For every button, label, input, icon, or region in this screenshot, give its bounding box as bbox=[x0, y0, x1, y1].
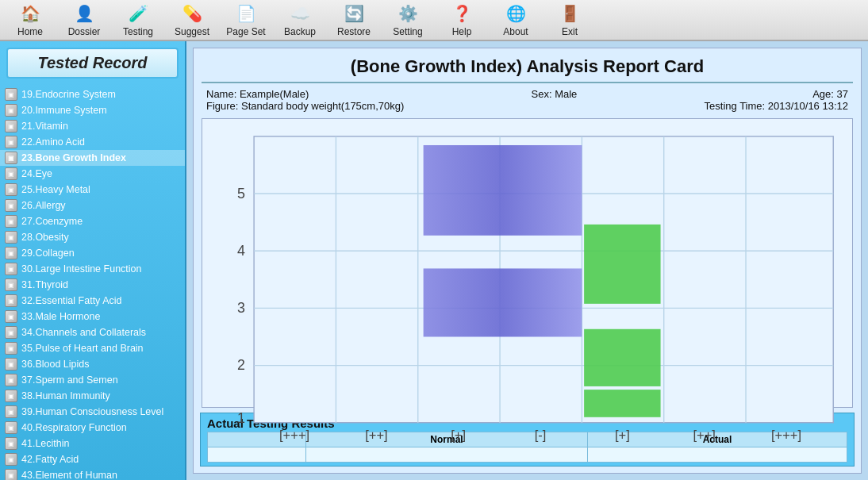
sidebar-list[interactable]: ▣19.Endocrine System▣20.Immune System▣21… bbox=[0, 85, 185, 480]
toolbar-item-pageset[interactable]: 📄 Page Set bbox=[219, 0, 273, 40]
sidebar-item-label-19: 19.Endocrine System bbox=[21, 89, 116, 100]
dossier-label: Dossier bbox=[68, 26, 101, 37]
sidebar-item-39[interactable]: ▣39.Human Consciousness Level bbox=[0, 404, 185, 420]
sidebar-item-icon-41: ▣ bbox=[5, 437, 17, 450]
sidebar-item-icon-42: ▣ bbox=[5, 453, 17, 466]
about-icon: 🌐 bbox=[505, 2, 527, 25]
sidebar-item-40[interactable]: ▣40.Respiratory Function bbox=[0, 420, 185, 436]
toolbar-item-dossier[interactable]: 👤 Dossier bbox=[57, 0, 111, 40]
svg-text:1: 1 bbox=[237, 410, 245, 426]
help-icon: ❓ bbox=[451, 2, 473, 25]
sidebar-item-label-23: 23.Bone Growth Index bbox=[21, 152, 126, 163]
svg-rect-20 bbox=[584, 390, 660, 417]
sidebar-item-43[interactable]: ▣43.Element of Human bbox=[0, 467, 185, 480]
report-spacer bbox=[532, 100, 578, 112]
sidebar-item-31[interactable]: ▣31.Thyroid bbox=[0, 277, 185, 293]
sidebar-item-icon-40: ▣ bbox=[5, 421, 17, 434]
sidebar-item-label-29: 29.Collagen bbox=[21, 248, 75, 259]
svg-rect-16 bbox=[424, 145, 582, 236]
sidebar-item-icon-31: ▣ bbox=[5, 278, 17, 291]
sidebar-item-26[interactable]: ▣26.Allergy bbox=[0, 198, 185, 213]
svg-rect-17 bbox=[424, 268, 582, 336]
chart-svg: 5 4 3 2 1 bbox=[202, 119, 852, 445]
sidebar-item-icon-39: ▣ bbox=[5, 405, 17, 418]
svg-text:[++]: [++] bbox=[365, 428, 387, 443]
sidebar-item-icon-24: ▣ bbox=[5, 167, 17, 180]
home-label: Home bbox=[17, 26, 43, 37]
sidebar-item-label-43: 43.Element of Human bbox=[21, 470, 117, 480]
toolbar-item-about[interactable]: 🌐 About bbox=[489, 0, 543, 40]
sidebar-item-icon-37: ▣ bbox=[5, 374, 17, 386]
sidebar-item-icon-23: ▣ bbox=[5, 152, 17, 164]
sidebar-item-36[interactable]: ▣36.Blood Lipids bbox=[0, 356, 185, 372]
chart-visualization: 5 4 3 2 1 bbox=[210, 125, 844, 445]
exit-label: Exit bbox=[562, 26, 578, 37]
report-age: Age: 37 bbox=[705, 88, 848, 100]
toolbar-item-exit[interactable]: 🚪 Exit bbox=[543, 0, 597, 40]
sidebar-item-label-30: 30.Large Intestine Function bbox=[21, 263, 142, 275]
sidebar-item-20[interactable]: ▣20.Immune System bbox=[0, 102, 185, 118]
sidebar-item-label-22: 22.Amino Acid bbox=[21, 136, 85, 148]
backup-label: Backup bbox=[284, 26, 316, 37]
sidebar-item-28[interactable]: ▣28.Obesity bbox=[0, 229, 185, 245]
svg-text:[-]: [-] bbox=[535, 428, 547, 443]
sidebar-item-38[interactable]: ▣38.Human Immunity bbox=[0, 388, 185, 404]
sidebar-item-label-26: 26.Allergy bbox=[21, 200, 66, 211]
sidebar-item-icon-35: ▣ bbox=[5, 342, 17, 355]
restore-icon: 🔄 bbox=[343, 2, 365, 25]
sidebar-item-42[interactable]: ▣42.Fatty Acid bbox=[0, 451, 185, 467]
report-figure: Figure: Standard body weight(175cm,70kg) bbox=[206, 100, 404, 112]
sidebar-item-icon-20: ▣ bbox=[5, 104, 17, 117]
toolbar-item-restore[interactable]: 🔄 Restore bbox=[327, 0, 381, 40]
sidebar-item-icon-34: ▣ bbox=[5, 326, 17, 339]
svg-text:3: 3 bbox=[237, 300, 245, 316]
sidebar-item-33[interactable]: ▣33.Male Hormone bbox=[0, 309, 185, 324]
pageset-icon: 📄 bbox=[235, 2, 257, 25]
sidebar-item-label-32: 32.Essential Fatty Acid bbox=[21, 295, 121, 306]
report-meta-left: Name: Example(Male) Figure: Standard bod… bbox=[206, 88, 404, 112]
sidebar-item-34[interactable]: ▣34.Channels and Collaterals bbox=[0, 324, 185, 340]
sidebar-item-27[interactable]: ▣27.Coenzyme bbox=[0, 213, 185, 229]
home-icon: 🏠 bbox=[19, 2, 41, 25]
sidebar-item-label-33: 33.Male Hormone bbox=[21, 311, 100, 322]
toolbar-item-setting[interactable]: ⚙️ Setting bbox=[381, 0, 435, 40]
sidebar-item-37[interactable]: ▣37.Sperm and Semen bbox=[0, 372, 185, 388]
sidebar-item-label-21: 21.Vitamin bbox=[21, 121, 68, 132]
report-title: (Bone Growth Index) Analysis Report Card bbox=[194, 48, 861, 82]
toolbar-item-home[interactable]: 🏠 Home bbox=[3, 0, 57, 40]
sidebar-item-25[interactable]: ▣25.Heavy Metal bbox=[0, 182, 185, 198]
sidebar-item-icon-38: ▣ bbox=[5, 390, 17, 402]
dossier-icon: 👤 bbox=[73, 2, 95, 25]
sidebar-item-22[interactable]: ▣22.Amino Acid bbox=[0, 134, 185, 150]
sidebar-item-35[interactable]: ▣35.Pulse of Heart and Brain bbox=[0, 340, 185, 356]
sidebar-item-21[interactable]: ▣21.Vitamin bbox=[0, 118, 185, 134]
sidebar-item-24[interactable]: ▣24.Eye bbox=[0, 166, 185, 182]
setting-label: Setting bbox=[393, 26, 422, 37]
sidebar-item-29[interactable]: ▣29.Collagen bbox=[0, 245, 185, 261]
sidebar-item-icon-25: ▣ bbox=[5, 183, 17, 196]
main-area: Tested Record ▣19.Endocrine System▣20.Im… bbox=[0, 41, 868, 480]
sidebar-item-icon-33: ▣ bbox=[5, 310, 17, 323]
svg-text:[++]: [++] bbox=[693, 428, 715, 443]
suggest-icon: 💊 bbox=[181, 2, 203, 25]
svg-rect-19 bbox=[584, 329, 660, 386]
report-meta-right: Age: 37 Testing Time: 2013/10/16 13:12 bbox=[705, 88, 848, 112]
sidebar-item-label-40: 40.Respiratory Function bbox=[21, 422, 127, 433]
sidebar-item-label-37: 37.Sperm and Semen bbox=[21, 374, 118, 386]
sidebar-item-icon-19: ▣ bbox=[5, 88, 17, 101]
toolbar-item-help[interactable]: ❓ Help bbox=[435, 0, 489, 40]
table-cell bbox=[305, 447, 587, 463]
toolbar-item-testing[interactable]: 🧪 Testing bbox=[111, 0, 165, 40]
sidebar-item-19[interactable]: ▣19.Endocrine System bbox=[0, 86, 185, 102]
sidebar-item-label-42: 42.Fatty Acid bbox=[21, 454, 79, 465]
content-area: (Bone Growth Index) Analysis Report Card… bbox=[186, 41, 868, 480]
sidebar-item-41[interactable]: ▣41.Lecithin bbox=[0, 436, 185, 451]
toolbar-item-backup[interactable]: ☁️ Backup bbox=[273, 0, 327, 40]
table-cell bbox=[208, 447, 306, 463]
sidebar-item-30[interactable]: ▣30.Large Intestine Function bbox=[0, 261, 185, 277]
sidebar-item-label-25: 25.Heavy Metal bbox=[21, 184, 90, 195]
sidebar-item-icon-27: ▣ bbox=[5, 215, 17, 228]
sidebar-item-23[interactable]: ▣23.Bone Growth Index bbox=[0, 150, 185, 166]
toolbar-item-suggest[interactable]: 💊 Suggest bbox=[165, 0, 219, 40]
sidebar-item-32[interactable]: ▣32.Essential Fatty Acid bbox=[0, 293, 185, 309]
